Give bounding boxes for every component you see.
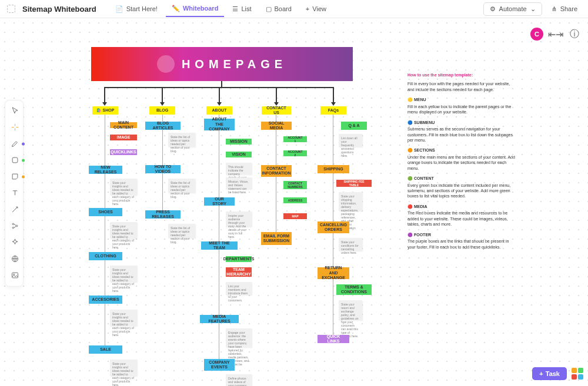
svg-point-1 xyxy=(12,223,14,225)
note[interactable]: State your insights and ideas needed to … xyxy=(110,266,137,282)
web-tool[interactable] xyxy=(5,251,24,267)
plus-icon: + xyxy=(539,370,543,377)
sticky-note-tool[interactable] xyxy=(5,169,24,185)
note[interactable]: State your insights and ideas needed to … xyxy=(110,360,137,376)
submenu-about-company[interactable]: ABOUT THE COMPANY xyxy=(204,119,235,130)
note[interactable]: List down all your frequently answered q… xyxy=(339,134,362,147)
note[interactable]: List your members and introduce them to … xyxy=(226,282,252,295)
note[interactable]: Mission, Vision, and Values statement ca… xyxy=(226,177,252,189)
view-tabs: 📄Start Here! ✏️Whiteboard ☰List ▢Board +… xyxy=(109,1,332,17)
tab-start-here[interactable]: 📄Start Here! xyxy=(109,1,163,17)
cursor-tool[interactable] xyxy=(5,103,24,119)
connector-tool[interactable] xyxy=(5,202,24,218)
left-toolbar xyxy=(5,100,24,287)
submenu-media-features[interactable]: MEDIA FEATURES xyxy=(200,315,239,323)
content-terms[interactable]: TERMS & CONDITIONS xyxy=(336,284,372,295)
submenu-accessories[interactable]: ACCESORIES xyxy=(89,296,122,304)
note[interactable]: State your return and exchange policy, a… xyxy=(339,300,362,320)
note[interactable]: Inspire your audience through your story… xyxy=(226,212,252,227)
menu-contact[interactable]: CONTACT US xyxy=(262,106,291,115)
info-media-head: 🔴 MEDIA xyxy=(407,204,516,209)
note[interactable]: State the list of ideas or topics needed… xyxy=(168,179,195,193)
footer-quicklinks[interactable]: QUICKLINKS xyxy=(110,149,137,155)
document-icon xyxy=(7,5,15,13)
note[interactable]: State your insights and ideas needed to … xyxy=(110,179,137,195)
note[interactable]: State your insights and ideas needed to … xyxy=(110,222,137,239)
shape-tool[interactable] xyxy=(5,152,24,169)
section-return-exchange[interactable]: RETURN AND EXCHANGE xyxy=(318,267,349,279)
submenu-sale[interactable]: SALE xyxy=(89,345,122,354)
menu-shop[interactable]: 🛍️ SHOP xyxy=(92,106,118,115)
pen-tool[interactable] xyxy=(5,136,24,152)
info-footer-text: The purple boxes are the links that shou… xyxy=(407,239,516,250)
menu-about[interactable]: ABOUT xyxy=(206,106,232,115)
homepage-banner[interactable]: HOMEPAGE xyxy=(91,47,353,81)
submenu-company-events[interactable]: COMPANY EVENTS xyxy=(204,359,235,371)
submenu-press-releases[interactable]: PRESS RELEASES xyxy=(145,210,181,219)
generate-tool[interactable] xyxy=(5,119,24,136)
section-email-form[interactable]: EMAIL FORM SUBMISSION xyxy=(261,232,292,245)
note[interactable]: Define photos and videos of your company… xyxy=(226,374,252,386)
content-address[interactable]: ADDRESS xyxy=(283,197,307,203)
user-avatar[interactable]: C xyxy=(530,28,543,41)
ai-tool[interactable] xyxy=(5,234,24,251)
submenu-meet-team[interactable]: MEET THE TEAM xyxy=(201,241,238,250)
automate-button[interactable]: ⚙Automate⌄ xyxy=(483,2,542,16)
content-account2[interactable]: ACCOUNT 2 xyxy=(283,150,307,156)
section-social-media[interactable]: SOCIAL MEDIA xyxy=(261,122,292,130)
info-title: How to use the sitemap template: xyxy=(407,72,516,78)
content-qa[interactable]: Q & A xyxy=(341,122,367,130)
media-shipping-table[interactable]: SHIPPING FEE TABLE xyxy=(336,180,372,187)
connector xyxy=(105,115,105,350)
content-vision[interactable]: VISION xyxy=(226,152,252,157)
tab-whiteboard[interactable]: ✏️Whiteboard xyxy=(166,1,225,17)
content-departments[interactable]: DEPARTMENTS xyxy=(226,256,252,262)
media-team-hierarchy[interactable]: TEAM HIERARCHY xyxy=(226,267,252,277)
note[interactable]: State your insights and ideas needed to … xyxy=(110,310,137,326)
info-icon[interactable]: ⓘ xyxy=(568,28,581,41)
submenu-clothing[interactable]: CLOTHING xyxy=(89,252,122,260)
note[interactable]: State your shipping information, deliver… xyxy=(339,192,362,211)
submenu-our-story[interactable]: OUR STORY xyxy=(204,197,235,206)
submenu-blog-articles[interactable]: BLOG ARTICLES xyxy=(145,122,181,130)
media-image[interactable]: IMAGE xyxy=(110,135,137,140)
note[interactable]: State the list of ideas or topics needed… xyxy=(168,224,195,238)
submenu-shoes[interactable]: SHOES xyxy=(89,208,122,216)
content-contact-numbers[interactable]: CONTACT NUMBERS xyxy=(283,181,307,189)
submenu-new-releases[interactable]: NEW RELEASES xyxy=(89,166,122,174)
connector xyxy=(162,87,163,103)
relationship-tool[interactable] xyxy=(5,218,24,234)
tab-board[interactable]: ▢Board xyxy=(260,1,298,17)
tab-add-view[interactable]: +View xyxy=(300,1,332,17)
fit-icon[interactable]: ⇤⇥ xyxy=(549,28,562,41)
share-button[interactable]: ⋔Share xyxy=(548,3,581,15)
content-account1[interactable]: ACCOUNT 1 xyxy=(283,136,307,142)
whiteboard-icon: ✏️ xyxy=(172,5,180,12)
menu-faqs[interactable]: FAQs xyxy=(320,106,346,115)
svg-point-3 xyxy=(16,225,18,227)
image-tool[interactable] xyxy=(5,267,24,284)
menu-blog[interactable]: BLOG xyxy=(149,106,175,115)
section-contact-info[interactable]: CONTACT INFORMATION xyxy=(261,165,292,177)
whiteboard-canvas[interactable]: C ⇤⇥ ⓘ HOMEPAGE 🛍️ SHOP BLOG ABOUT CONTA… xyxy=(0,18,588,386)
info-content-text: Every green box indicate the content inc… xyxy=(407,183,516,199)
note[interactable]: State your conditions for cancelling ord… xyxy=(339,238,362,251)
section-cancelling[interactable]: CANCELLING ORDERS xyxy=(318,221,349,233)
footer-quick-links[interactable]: QUICK LINKS xyxy=(318,335,349,343)
note[interactable]: State the list of ideas or topics needed… xyxy=(168,133,195,147)
note[interactable]: Engage your audience: the events where y… xyxy=(226,328,252,347)
submenu-how-to-videos[interactable]: HOW TO VIDEOS xyxy=(145,165,181,173)
media-map[interactable]: MAP xyxy=(283,213,307,219)
task-button[interactable]: +Task xyxy=(532,367,567,380)
section-main-content[interactable]: MAIN CONTENT xyxy=(110,122,137,128)
svg-rect-0 xyxy=(12,157,18,163)
content-mission[interactable]: MISSION xyxy=(226,139,252,145)
note[interactable]: This should indicate the company details… xyxy=(226,163,252,174)
info-content-head: 🟢 CONTENT xyxy=(407,176,516,181)
apps-button[interactable] xyxy=(572,368,583,380)
tab-list[interactable]: ☰List xyxy=(226,1,257,17)
arrow-icon xyxy=(331,102,336,106)
text-tool[interactable] xyxy=(5,185,24,202)
section-shipping[interactable]: SHIPPING xyxy=(318,165,349,173)
arrow-icon xyxy=(160,102,165,106)
